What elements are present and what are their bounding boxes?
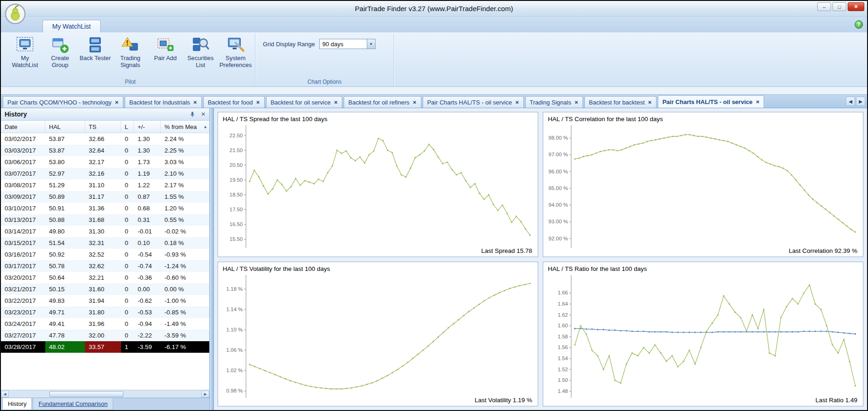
column-header-plusminus[interactable]: +/- bbox=[134, 121, 161, 133]
table-row[interactable]: 03/07/201752.9732.1601.192.10 % bbox=[1, 168, 209, 179]
minimize-button[interactable]: – bbox=[817, 2, 831, 11]
securities-list-button[interactable]: Securities List bbox=[183, 33, 218, 69]
table-cell: 03/16/2017 bbox=[1, 249, 45, 260]
tab-close-icon[interactable]: ✕ bbox=[515, 100, 519, 105]
table-row[interactable]: 03/09/201750.8931.1700.871.55 % bbox=[1, 191, 209, 202]
doc-tab[interactable]: Pair Charts HAL/TS - oil service✕ bbox=[423, 96, 524, 108]
table-row[interactable]: 03/22/201749.8331.940-0.62-1.00 % bbox=[1, 295, 209, 307]
table-cell: 48.02 bbox=[45, 341, 85, 353]
doc-tab[interactable]: Backtest for backtest✕ bbox=[584, 96, 656, 108]
doc-tab[interactable]: Backtest for Industrials✕ bbox=[125, 96, 202, 108]
tab-close-icon[interactable]: ✕ bbox=[574, 100, 578, 105]
y-tick-label: 1.62 bbox=[558, 312, 568, 317]
table-row[interactable]: 03/15/201751.5432.3100.100.18 % bbox=[1, 237, 209, 249]
chart-footer: Last Spread 15.78 bbox=[481, 247, 532, 254]
chart-panel-volatility: HAL / TS Volatility for the last 100 day… bbox=[218, 262, 538, 407]
doc-tab[interactable]: Trading Signals✕ bbox=[525, 96, 583, 108]
table-cell: -0.36 bbox=[134, 272, 161, 283]
table-cell: 03/15/2017 bbox=[1, 237, 45, 249]
table-row[interactable]: 03/02/201753.8732.6601.302.24 % bbox=[1, 133, 209, 145]
table-row[interactable]: 03/24/201749.4131.960-0.94-1.49 % bbox=[1, 318, 209, 330]
y-tick-label: 97.00 % bbox=[548, 152, 568, 157]
chart-title: HAL / TS Correlation for the last 100 da… bbox=[548, 116, 663, 123]
system-preferences-button[interactable]: System Preferences bbox=[218, 33, 253, 69]
scroll-right-icon[interactable]: ▶ bbox=[201, 391, 209, 398]
table-cell: -6.17 % bbox=[161, 341, 209, 353]
chart-panel-ratio: HAL / TS Ratio for the last 100 days 1.6… bbox=[543, 262, 863, 407]
table-row[interactable]: 03/27/201747.7832.000-2.22-3.59 % bbox=[1, 330, 209, 341]
tab-close-icon[interactable]: ✕ bbox=[115, 100, 118, 105]
ratio-line bbox=[575, 285, 855, 386]
tab-close-icon[interactable]: ✕ bbox=[193, 100, 197, 105]
column-header-hal[interactable]: HAL bbox=[45, 121, 85, 133]
pin-icon[interactable] bbox=[189, 111, 195, 117]
table-row[interactable]: 03/23/201749.7131.800-0.53-0.85 % bbox=[1, 307, 209, 318]
y-tick-label: 19.50 bbox=[230, 177, 243, 183]
column-header-pct-from-mean[interactable]: % from Mea ▲ bbox=[161, 121, 209, 133]
tab-close-icon[interactable]: ✕ bbox=[256, 100, 260, 105]
table-cell: 1.19 bbox=[134, 168, 161, 179]
table-row[interactable]: 03/14/201749.8031.300-0.01-0.02 % bbox=[1, 226, 209, 237]
table-row[interactable]: 03/13/201750.8831.6800.310.55 % bbox=[1, 214, 209, 226]
column-header-ts[interactable]: TS bbox=[85, 121, 121, 133]
panel-close-icon[interactable]: ✕ bbox=[201, 111, 206, 117]
table-cell: 2.17 % bbox=[161, 179, 209, 191]
table-row[interactable]: 03/16/201750.9232.520-0.54-0.93 % bbox=[1, 249, 209, 260]
app-logo-icon[interactable] bbox=[5, 3, 26, 25]
table-cell: -1.49 % bbox=[161, 318, 209, 330]
tab-scroll-left-icon[interactable]: ◀ bbox=[846, 97, 855, 106]
table-row[interactable]: 03/17/201750.7832.620-0.74-1.24 % bbox=[1, 260, 209, 272]
tab-close-icon[interactable]: ✕ bbox=[648, 100, 652, 105]
table-row[interactable]: 03/20/201750.6432.210-0.36-0.60 % bbox=[1, 272, 209, 283]
ribbon-tab-my-watchlist[interactable]: My WatchList bbox=[42, 20, 101, 32]
doc-tab[interactable]: Pair Charts QCOM/YHOO - technology✕ bbox=[3, 96, 123, 108]
grid-display-range-select[interactable]: 90 days ▼ bbox=[319, 39, 376, 49]
table-cell: -3.59 % bbox=[161, 330, 209, 341]
close-button[interactable]: ✕ bbox=[848, 2, 864, 11]
back-tester-button[interactable]: Back Tester bbox=[78, 33, 113, 62]
doc-tab-label: Pair Charts QCOM/YHOO - technology bbox=[7, 99, 111, 106]
pair-add-button[interactable]: Pair Add bbox=[148, 33, 183, 62]
create-group-button[interactable]: Create Group bbox=[42, 33, 78, 69]
table-row[interactable]: 03/21/201750.1531.6000.000.00 % bbox=[1, 283, 209, 295]
table-row[interactable]: 03/03/201753.8732.6401.302.25 % bbox=[1, 145, 209, 156]
tab-close-icon[interactable]: ✕ bbox=[413, 100, 416, 105]
table-row[interactable]: 03/28/201748.0233.571-3.59-6.17 % bbox=[1, 341, 209, 353]
sort-asc-icon[interactable]: ▲ bbox=[203, 124, 207, 129]
tab-close-icon[interactable]: ✕ bbox=[756, 99, 759, 104]
tab-close-icon[interactable]: ✕ bbox=[334, 100, 338, 105]
my-watchlist-button[interactable]: My WatchList bbox=[7, 33, 42, 69]
table-cell: -0.60 % bbox=[161, 272, 209, 283]
chart-title: HAL / TS Ratio for the last 100 days bbox=[548, 265, 647, 272]
table-cell: 03/22/2017 bbox=[1, 295, 45, 307]
table-row[interactable]: 03/06/201753.8032.1701.733.03 % bbox=[1, 156, 209, 168]
scroll-left-icon[interactable]: ◀ bbox=[1, 391, 9, 398]
y-tick-label: 1.18 % bbox=[226, 286, 243, 291]
table-row[interactable]: 03/08/201751.2931.1001.222.17 % bbox=[1, 179, 209, 191]
app-window: PairTrade Finder v3.27 (www.PairTradeFin… bbox=[0, 0, 868, 411]
table-cell: 32.52 bbox=[85, 249, 121, 260]
bottom-tab-history[interactable]: History bbox=[2, 398, 32, 410]
table-row[interactable]: 03/10/201750.9131.3600.681.20 % bbox=[1, 202, 209, 214]
chevron-down-icon[interactable]: ▼ bbox=[367, 39, 375, 49]
doc-tab[interactable]: Backtest for oil service✕ bbox=[266, 96, 342, 108]
maximize-button[interactable]: □ bbox=[832, 2, 846, 11]
doc-tab[interactable]: Backtest for oil refiners✕ bbox=[344, 96, 421, 108]
y-tick-label: 1.56 bbox=[558, 344, 568, 350]
column-header-l[interactable]: L bbox=[121, 121, 134, 133]
column-header-date[interactable]: Date bbox=[1, 121, 45, 133]
scrollbar-thumb[interactable] bbox=[49, 391, 123, 397]
panel-splitter[interactable] bbox=[210, 108, 214, 410]
table-cell: 50.91 bbox=[45, 202, 85, 214]
table-cell: -2.22 bbox=[134, 330, 161, 341]
doc-tab-label: Backtest for oil refiners bbox=[348, 99, 409, 106]
doc-tab[interactable]: Backtest for food✕ bbox=[203, 96, 265, 108]
bottom-tab-fundamental-comparison[interactable]: Fundamental Comparison bbox=[33, 398, 113, 410]
doc-tab[interactable]: Pair Charts HAL/TS - oil service✕ bbox=[658, 95, 764, 108]
help-button[interactable]: ? bbox=[855, 20, 863, 29]
trading-signals-button[interactable]: Trading Signals bbox=[113, 33, 148, 69]
table-cell: 49.71 bbox=[45, 307, 85, 318]
tab-scroll-right-icon[interactable]: ▶ bbox=[856, 97, 865, 106]
horizontal-scrollbar[interactable]: ◀ ▶ bbox=[1, 390, 209, 398]
volatility-line bbox=[249, 283, 530, 389]
